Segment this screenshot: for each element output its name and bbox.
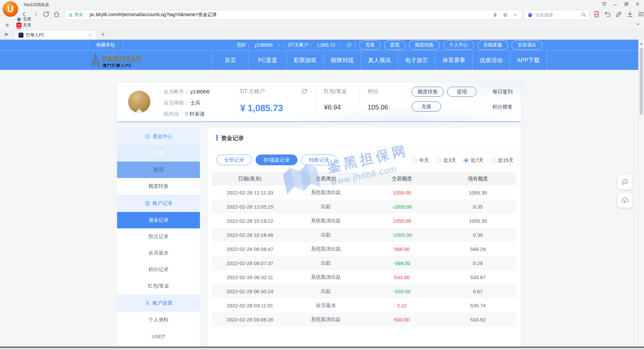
search-box[interactable] (524, 10, 589, 20)
sidebar-item[interactable]: 个人资料 (117, 312, 200, 328)
sidebar-item-label: 资金中心 (153, 133, 173, 140)
nav-item[interactable]: 优惠活动 (472, 51, 509, 70)
downloads-icon[interactable] (626, 10, 634, 18)
url-text[interactable]: pc.blryl6.com/#/personal/accountLog?tag=… (90, 12, 492, 18)
sidebar-item[interactable]: 会员返水 (117, 245, 200, 261)
points-lottery-link[interactable]: 积分摇奖 (492, 104, 513, 110)
sidebar-item[interactable]: 账户记录 (117, 194, 200, 212)
sidebar-item[interactable]: 提现 (117, 162, 200, 178)
deposit-button[interactable]: 充值 (412, 101, 441, 112)
sidebar-item[interactable]: 投注记录 (117, 228, 200, 245)
table-header-row: 日期(美东) 交易类别 交易额度 现有额度 (212, 172, 516, 185)
radio-button[interactable] (436, 158, 441, 163)
cleaner-icon[interactable] (615, 10, 623, 18)
cloud-download-icon (621, 196, 629, 204)
pdf-tool-icon[interactable]: PDF (593, 10, 600, 18)
menu-icon[interactable] (637, 10, 644, 18)
date-filter-option[interactable]: 近7天 (464, 157, 483, 164)
nav-item[interactable]: PC蛋蛋 (249, 51, 286, 70)
sidebar-item[interactable]: 充值 (117, 145, 200, 162)
quick-action-icon[interactable] (492, 12, 498, 18)
sidebar-item[interactable]: USDT (117, 328, 200, 345)
reload-button[interactable] (43, 11, 50, 18)
bonus-value: ¥6.94 (324, 103, 341, 111)
sidebar-item[interactable]: 资金记录 (117, 212, 200, 228)
sidebar-item[interactable]: 红包/奖金 (117, 278, 200, 294)
daily-checkin-link[interactable]: 每日签到 (492, 89, 513, 95)
sidebar-item[interactable]: 积分记录 (117, 261, 200, 278)
float-button[interactable] (618, 193, 632, 208)
nav-item[interactable]: 首页 (212, 51, 249, 70)
radio-button[interactable] (464, 158, 469, 163)
baidu-icon (16, 17, 21, 22)
sidebar-item-label: 额度转换 (149, 183, 169, 189)
toolbar-collapse-icon[interactable] (635, 21, 641, 27)
page-scrollbar[interactable] (638, 40, 644, 347)
topbar-button[interactable]: 提现 (384, 40, 406, 50)
nav-item[interactable]: 棋牌对战 (323, 51, 361, 70)
minimize-button[interactable] (613, 1, 618, 6)
radio-button[interactable] (491, 158, 496, 163)
nav-item[interactable]: APP下载 (509, 51, 547, 70)
transfer-button[interactable]: 额度转换 (412, 87, 444, 97)
bookmark-star-icon[interactable] (502, 12, 508, 18)
date-filter-option[interactable]: 今天 (412, 157, 429, 164)
refresh-amount-icon[interactable] (301, 88, 308, 95)
inbox-count[interactable]: 0 (185, 111, 188, 117)
restore-button[interactable] (624, 1, 629, 6)
date-filter-option[interactable]: 近15天 (491, 157, 514, 164)
nav-item[interactable]: 体育赛事 (435, 51, 472, 70)
cell-balance: 1055.35 (440, 218, 516, 224)
scrollbar-thumb[interactable] (640, 48, 643, 115)
search-icon[interactable] (581, 12, 586, 17)
topbar-button[interactable]: 额度转换 (409, 40, 440, 50)
sidebar-item[interactable]: 账户设置 (117, 294, 200, 312)
theme-skin-icon[interactable] (602, 1, 607, 6)
side-panel-toggle-icon[interactable] (4, 32, 10, 37)
tab-close-icon[interactable] (89, 33, 92, 37)
member-account-label: 会员帐号： (164, 89, 189, 94)
cell-amount: 568.00 (364, 246, 440, 252)
avatar[interactable] (128, 91, 150, 113)
username[interactable]: y138956 (255, 42, 273, 48)
favorite-site-link[interactable]: 收藏本站 (88, 40, 123, 50)
topbar-button[interactable]: 个人中心 (443, 40, 474, 50)
browser-tab[interactable]: 巴黎人PC (15, 30, 96, 40)
withdraw-button[interactable]: 提现 (447, 87, 477, 97)
bookmark-item[interactable]: 百度 (16, 16, 35, 22)
refresh-balance-icon[interactable] (346, 43, 352, 48)
record-icon (145, 201, 150, 206)
site-logo[interactable]: THE PARISIAN 澳門巴黎人PC (90, 52, 142, 69)
sidebar-item[interactable]: ¥ 资金中心 (117, 128, 200, 145)
close-window-button[interactable] (635, 1, 640, 6)
search-input[interactable] (535, 12, 579, 18)
bookmark-item[interactable]: JD京东 (16, 22, 35, 28)
scroll-up-arrow[interactable] (640, 42, 643, 45)
sidebar-item[interactable]: 额度转换 (117, 178, 200, 194)
record-type-tab[interactable]: 转账记录 (301, 155, 337, 165)
window-bottom-edge (0, 347, 644, 350)
float-button[interactable] (618, 175, 632, 189)
restore-tab-icon[interactable] (604, 10, 611, 18)
record-type-tab[interactable]: 存/提款记录 (256, 155, 298, 165)
service-icon (621, 178, 629, 186)
home-button[interactable] (53, 11, 60, 18)
cell-balance: 0.35 (440, 204, 516, 210)
bookmarks-manager-icon[interactable] (5, 23, 10, 28)
new-tab-button[interactable] (101, 32, 106, 37)
date-filter-option[interactable]: 近3天 (436, 157, 456, 164)
topbar-button[interactable]: 安全退出 (512, 40, 542, 50)
topbar-button[interactable]: 在线客服 (477, 40, 508, 50)
address-dropdown-icon[interactable] (513, 12, 518, 18)
topbar-button[interactable]: 充值 (359, 40, 381, 50)
user-dropdown-icon[interactable] (276, 43, 280, 47)
radio-button[interactable] (412, 158, 417, 163)
address-bar[interactable]: 安全 pc.blryl6.com/#/personal/accountLog?t… (64, 10, 522, 20)
inbox-label: 站内信： (164, 111, 184, 117)
nav-item[interactable]: 真人视讯 (361, 51, 398, 70)
browser-logo[interactable]: U (3, 1, 18, 17)
record-type-tab[interactable]: 全部记录 (216, 155, 252, 165)
account-dropdown-icon[interactable] (339, 43, 343, 47)
nav-item[interactable]: 电子游艺 (398, 51, 435, 70)
nav-item[interactable]: 彩票游戏 (286, 51, 323, 70)
